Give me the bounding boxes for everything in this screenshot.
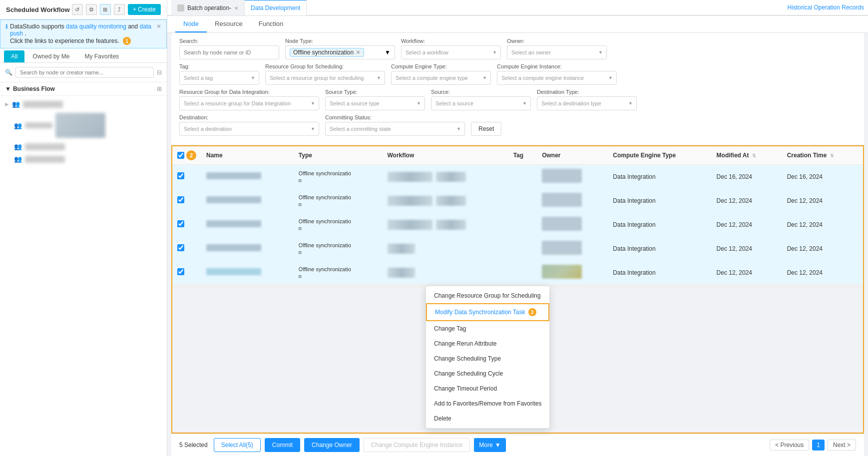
more-arrow-icon: ▼ <box>495 442 501 449</box>
select-all-checkbox[interactable] <box>177 152 184 159</box>
owner-select[interactable]: Select an owner <box>507 45 607 59</box>
row3-checkbox[interactable] <box>177 220 184 227</box>
menu-item-modify-sync-task[interactable]: Modify Data Synchronization Task 3 <box>426 303 549 321</box>
table-header-row: 2 Name Type Workflow Tag Owner Compute E… <box>172 146 863 165</box>
next-page-button[interactable]: Next > <box>828 440 856 451</box>
resource-integration-select[interactable]: Select a resource group for Data Integra… <box>179 96 319 110</box>
row2-workflow-blur1 <box>388 196 433 206</box>
source-type-select-wrapper: Select a source type <box>325 96 425 110</box>
sub-tabs: Node Resource Function <box>167 16 868 33</box>
row3-compute: Data Integration <box>608 213 711 237</box>
commit-button[interactable]: Commit <box>265 438 300 452</box>
settings-button[interactable]: ⚙ <box>86 4 97 15</box>
close-tab-batch[interactable]: ✕ <box>234 5 238 11</box>
filter-group-workflow: Workflow: Select a workflow <box>401 38 501 59</box>
table-row: Offline synchronizatio n Data Integratio… <box>172 213 863 237</box>
row4-owner <box>537 237 608 261</box>
row5-checkbox[interactable] <box>177 268 184 275</box>
row3-creation: Dec 12, 2024 <box>782 213 863 237</box>
current-page[interactable]: 1 <box>812 440 825 451</box>
sidebar-search-input[interactable] <box>15 67 154 78</box>
workflow-select[interactable]: Select a workflow <box>401 45 501 59</box>
node-type-select[interactable]: Offline synchronization ✕ ▼ <box>285 45 395 59</box>
menu-item-delete[interactable]: Delete <box>426 411 549 426</box>
export-button[interactable]: ⤴ <box>114 4 125 15</box>
menu-item-change-resource-group[interactable]: Change Resource Group for Scheduling <box>426 288 549 303</box>
tree-item-3[interactable]: 👥 <box>0 140 167 153</box>
node-type-arrow: ▼ <box>385 49 391 56</box>
info-bar: ℹ DataStudio supports data quality monit… <box>0 19 167 48</box>
select-all-button[interactable]: Select All(5) <box>214 438 261 452</box>
menu-item-add-favorites[interactable]: Add to Favorites/Remove from Favorites <box>426 396 549 411</box>
sort-creation-icon[interactable]: ⇅ <box>830 153 834 158</box>
sub-tab-resource[interactable]: Resource <box>207 16 251 32</box>
tab-all[interactable]: All <box>4 50 24 62</box>
menu-item-change-timeout[interactable]: Change Timeout Period <box>426 381 549 396</box>
prev-page-button[interactable]: < Previous <box>770 440 809 451</box>
group-icon-4: 👥 <box>14 155 22 163</box>
close-info-button[interactable]: ✕ <box>156 23 161 30</box>
row5-owner-blur <box>542 265 582 279</box>
refresh-button[interactable]: ↺ <box>72 4 83 15</box>
resource-sched-select[interactable]: Select a resource group for scheduling <box>265 71 385 85</box>
row3-checkbox-cell <box>172 213 201 237</box>
th-checkbox: 2 <box>172 146 201 165</box>
compute-instance-select[interactable]: Select a compute engine instance <box>497 71 617 85</box>
filter-row-4: Destination: Select a destination Commit… <box>179 114 856 136</box>
tab-data-development[interactable]: Data Development <box>245 0 307 15</box>
tag-select[interactable]: Select a tag <box>179 71 259 85</box>
source-type-select[interactable]: Select a source type <box>325 96 425 110</box>
menu-item-change-tag[interactable]: Change Tag <box>426 321 549 336</box>
reset-button[interactable]: Reset <box>471 122 501 136</box>
sort-modified-icon[interactable]: ⇅ <box>752 153 756 158</box>
tab-batch-operation[interactable]: Batch operation- ✕ <box>171 0 245 15</box>
sub-tab-function[interactable]: Function <box>251 16 292 32</box>
search-field[interactable] <box>179 45 279 59</box>
row1-checkbox-cell <box>172 165 201 189</box>
create-button[interactable]: + Create <box>128 4 161 15</box>
filter-group-destination-type: Destination Type: Select a destination t… <box>537 89 637 110</box>
row1-type: Offline synchronizatio n <box>294 165 383 189</box>
tab-my-favorites[interactable]: My Favorites <box>77 50 126 62</box>
row2-name <box>201 189 294 213</box>
destination-type-select-wrapper: Select a destination type <box>537 96 637 110</box>
menu-item-change-scheduling-cycle[interactable]: Change Scheduling Cycle <box>426 366 549 381</box>
info-link-quality[interactable]: data quality monitoring <box>66 23 126 30</box>
more-button[interactable]: More ▼ <box>474 438 505 452</box>
committing-select[interactable]: Select a committing state <box>325 122 465 136</box>
destination-select[interactable]: Select a destination <box>179 122 319 136</box>
row4-creation: Dec 12, 2024 <box>782 237 863 261</box>
source-select[interactable]: Select a source <box>431 96 531 110</box>
row2-checkbox[interactable] <box>177 196 184 203</box>
node-type-close[interactable]: ✕ <box>356 49 361 56</box>
filter-row-2: Tag: Select a tag Resource Group for Sch… <box>179 63 856 85</box>
destination-type-select[interactable]: Select a destination type <box>537 96 637 110</box>
historical-operation-records-link[interactable]: Historical Operation Records <box>788 4 864 11</box>
sub-tab-node[interactable]: Node <box>175 16 207 32</box>
tree-item-2[interactable]: 👥 <box>0 110 167 140</box>
filter-icon[interactable]: ⊟ <box>157 69 162 76</box>
row5-workflow-blur1 <box>388 268 415 278</box>
sidebar: Scheduled Workflow ↺ ⚙ ⊞ ⤴ + Create ℹ Da… <box>0 0 167 456</box>
info-icon: ℹ <box>5 23 8 30</box>
change-owner-button[interactable]: Change Owner <box>304 438 360 452</box>
row4-type: Offline synchronizatio n <box>294 237 383 261</box>
grid-icon[interactable]: ⊞ <box>157 85 162 92</box>
filter-group-node-type: Node Type: Offline synchronization ✕ ▼ <box>285 38 395 59</box>
menu-item-change-scheduling-type[interactable]: Change Scheduling Type <box>426 351 549 366</box>
compute-engine-select[interactable]: Select a compute engine type <box>391 71 491 85</box>
tree-header: ▼ Business Flow ⊞ <box>0 82 167 96</box>
menu-item-change-rerun[interactable]: Change Rerun Attribute <box>426 336 549 351</box>
tab-owned-by-me[interactable]: Owned by Me <box>25 50 76 62</box>
row5-name <box>201 261 294 285</box>
row1-name <box>201 165 294 189</box>
row4-name-blur <box>206 244 261 251</box>
tree-label-2a <box>25 122 52 128</box>
change-compute-button[interactable]: Change Compute Engine Instance <box>364 438 470 452</box>
tree-item-4[interactable]: 👥 <box>0 153 167 165</box>
row4-checkbox[interactable] <box>177 244 184 251</box>
tag-label: Tag: <box>179 63 259 69</box>
tree-item-1[interactable]: ▶ 👥 <box>0 98 167 110</box>
row1-checkbox[interactable] <box>177 172 184 179</box>
grid-view-button[interactable]: ⊞ <box>100 4 111 15</box>
